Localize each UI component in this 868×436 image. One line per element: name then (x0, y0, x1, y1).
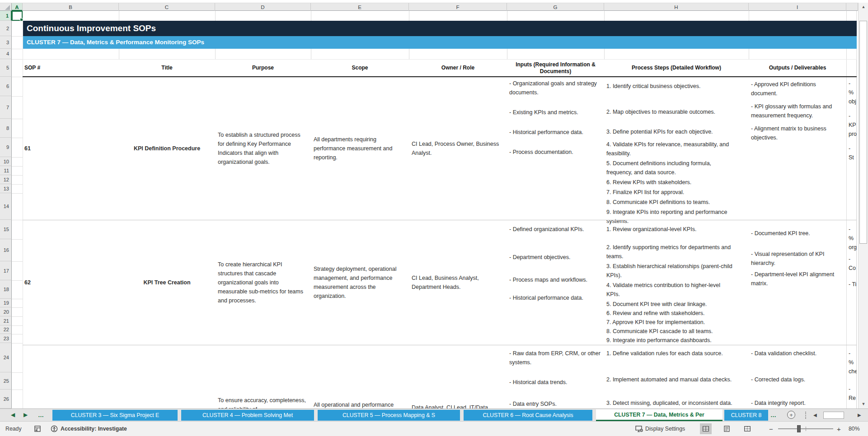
selected-cell-a1[interactable] (12, 11, 23, 21)
cell-title-63[interactable]: Data Integrity & Validation (119, 345, 215, 408)
cell-purpose-63[interactable]: To ensure accuracy, completeness, and re… (215, 345, 311, 408)
cell-purpose-61[interactable]: To establish a structured process for de… (215, 77, 311, 220)
cell-steps-62[interactable]: 1. Review organizational-level KPIs.2. I… (604, 220, 749, 345)
sheet-tab-4[interactable]: CLUSTER 4 — Problem Solving Met (181, 410, 314, 421)
tab-overflow-left[interactable]: … (38, 412, 44, 418)
column-header-B[interactable]: B (23, 3, 119, 11)
cell-inputs-62[interactable]: - Defined organizational KPIs.- Departme… (507, 220, 604, 345)
accessibility-button[interactable]: Accessibility: Investigate (51, 422, 127, 436)
row-header-25[interactable]: 25 (0, 372, 12, 390)
cell-overflow-63[interactable]: - % che- Re- Ti (846, 345, 857, 408)
vertical-scroll-thumb[interactable] (859, 21, 867, 244)
row-header-7[interactable]: 7 (0, 96, 12, 119)
table-header-sop[interactable]: SOP # (23, 59, 119, 77)
row-header-8[interactable]: 8 (0, 119, 12, 138)
column-header-E[interactable]: E (311, 3, 409, 11)
table-header-steps[interactable]: Process Steps (Detailed Workflow) (604, 59, 749, 77)
sheet-tab-3[interactable]: CLUSTER 3 — Six Sigma Project E (52, 410, 178, 421)
zoom-out-button[interactable]: − (769, 422, 773, 436)
view-page-layout-button[interactable] (721, 423, 732, 434)
column-header-F[interactable]: F (409, 3, 507, 11)
new-sheet-button[interactable]: + (787, 411, 795, 419)
row-header-11[interactable]: 11 (0, 166, 12, 175)
cell-inputs-61[interactable]: - Organizational goals and strategy docu… (507, 77, 604, 220)
row-header-19[interactable]: 19 (0, 299, 12, 307)
cell-scope-62[interactable]: Strategy deployment, operational managem… (311, 220, 409, 345)
select-all-corner[interactable] (0, 3, 12, 11)
sheet-tab-6[interactable]: CLUSTER 6 — Root Cause Analysis (464, 410, 592, 421)
vertical-scrollbar[interactable]: ▲ ▼ (858, 3, 868, 408)
hscroll-left-icon[interactable]: ◀ (813, 413, 817, 417)
hscroll-right-icon[interactable]: ▶ (858, 413, 861, 417)
cell-sop-62[interactable]: 62 (23, 220, 119, 345)
tab-scroll-left-icon[interactable]: ◀ (11, 412, 15, 418)
sheet-tab-5[interactable]: CLUSTER 5 — Process Mapping & S (318, 410, 460, 421)
row-header-5[interactable]: 5 (0, 59, 12, 77)
column-header-I[interactable]: I (749, 3, 846, 11)
row-header-21[interactable]: 21 (0, 316, 12, 325)
cell-scope-61[interactable]: All departments requiring performance me… (311, 77, 409, 220)
cell-outputs-61[interactable]: - Approved KPI definitions document.- KP… (749, 77, 846, 220)
zoom-slider-thumb[interactable] (797, 425, 801, 432)
cell-overflow-61[interactable]: - % obj- KP pro- St (846, 77, 857, 220)
cell-overflow-62[interactable]: - % org- Co- Ti (846, 220, 857, 345)
cell-steps-63[interactable]: 1. Define validation rules for each data… (604, 345, 749, 408)
table-header-owner[interactable]: Owner / Role (409, 59, 507, 77)
row-header-20[interactable]: 20 (0, 307, 12, 316)
display-settings-button[interactable]: Display Settings (635, 422, 685, 436)
tab-scroll-right-icon[interactable]: ▶ (23, 412, 28, 418)
row-header-24[interactable]: 24 (0, 343, 12, 372)
sheet-tab-8[interactable]: CLUSTER 8 (724, 410, 768, 421)
zoom-in-button[interactable]: + (837, 422, 841, 436)
row-header-1[interactable]: 1 (0, 11, 12, 21)
cell-outputs-62[interactable]: - Documented KPI tree.- Visual represent… (749, 220, 846, 345)
cell-purpose-62[interactable]: To create hierarchical KPI structures th… (215, 220, 311, 345)
column-header-G[interactable]: G (507, 3, 604, 11)
row-header-10[interactable]: 10 (0, 157, 12, 166)
row-header-9[interactable]: 9 (0, 138, 12, 157)
cell-steps-61[interactable]: 1. Identify critical business objectives… (604, 77, 749, 220)
scroll-up-button[interactable]: ▲ (859, 3, 868, 11)
row-header-14[interactable]: 14 (0, 193, 12, 220)
row-header-18[interactable]: 18 (0, 280, 12, 299)
row-header-6[interactable]: 6 (0, 77, 12, 96)
cell-inputs-63[interactable]: - Raw data from ERP, CRM, or other syste… (507, 345, 604, 408)
tab-drag-divider[interactable] (805, 412, 806, 419)
row-header-26[interactable]: 26 (0, 390, 12, 408)
view-page-break-button[interactable] (741, 423, 753, 434)
view-normal-button[interactable] (700, 423, 712, 434)
row-header-22[interactable]: 22 (0, 325, 12, 334)
cell-outputs-63[interactable]: - Data validation checklist.- Corrected … (749, 345, 846, 408)
row-header-23[interactable]: 23 (0, 334, 12, 343)
cell-sop-61[interactable]: 61 (23, 77, 119, 220)
column-header-C[interactable]: C (119, 3, 215, 11)
tab-overflow-right[interactable]: … (770, 412, 776, 418)
column-header-D[interactable]: D (215, 3, 311, 11)
column-header-A[interactable]: A (12, 3, 23, 11)
table-header-inputs[interactable]: Inputs (Required Information & Documents… (507, 59, 604, 77)
row-header-2[interactable]: 2 (0, 21, 12, 36)
table-header-title[interactable]: Title (119, 59, 215, 77)
table-header-scope[interactable]: Scope (311, 59, 409, 77)
title-band[interactable]: Continuous Improvement SOPs (23, 21, 857, 36)
table-header-outputs[interactable]: Outputs / Deliverables (749, 59, 846, 77)
cell-owner-61[interactable]: CI Lead, Process Owner, Business Analyst… (409, 77, 507, 220)
table-header-purpose[interactable]: Purpose (215, 59, 311, 77)
cell-title-62[interactable]: KPI Tree Creation (119, 220, 215, 345)
cell-scope-63[interactable]: All operational and performance (311, 345, 409, 408)
scroll-down-button[interactable]: ▼ (859, 399, 868, 408)
horizontal-scroll-thumb[interactable] (823, 412, 844, 419)
row-header-12[interactable]: 12 (0, 175, 12, 184)
cell-title-61[interactable]: KPI Definition Procedure (119, 77, 215, 220)
macro-record-icon[interactable] (34, 422, 41, 436)
row-header-15[interactable]: 15 (0, 220, 12, 239)
cell-owner-62[interactable]: CI Lead, Business Analyst, Department He… (409, 220, 507, 345)
cell-owner-63[interactable]: Data Analyst, CI Lead, IT/Data (409, 345, 507, 408)
cell-sop-63[interactable]: 63 (23, 345, 119, 408)
row-header-3[interactable]: 3 (0, 36, 12, 49)
row-header-17[interactable]: 17 (0, 261, 12, 280)
sheet-tab-7[interactable]: CLUSTER 7 — Data, Metrics & Per (596, 409, 723, 421)
zoom-level[interactable]: 80% (849, 422, 860, 436)
column-header-H[interactable]: H (604, 3, 749, 11)
row-header-13[interactable]: 13 (0, 184, 12, 193)
